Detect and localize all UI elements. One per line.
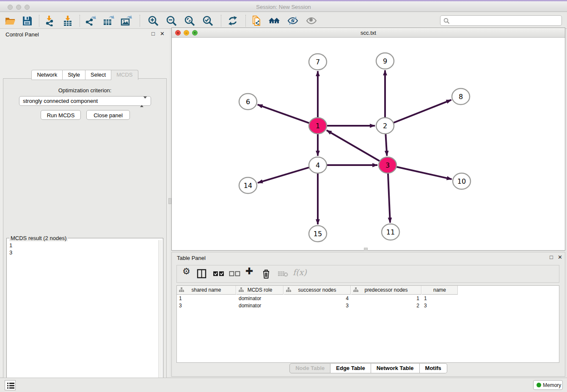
delete-column-icon[interactable] <box>261 269 271 281</box>
zoom-out-icon[interactable] <box>165 15 177 26</box>
tab-mcds[interactable]: MCDS <box>111 70 138 80</box>
clone-network-icon[interactable] <box>250 15 262 26</box>
status-bar: Memory <box>0 378 567 392</box>
svg-text:2: 2 <box>383 122 387 130</box>
control-panel-float-button[interactable]: □ <box>151 30 155 37</box>
table-panel-float-button[interactable]: □ <box>550 254 553 260</box>
node-11[interactable]: 11 <box>382 224 399 240</box>
hide-graphics-icon[interactable] <box>287 15 299 26</box>
import-network-icon[interactable] <box>44 15 56 26</box>
add-column-icon[interactable]: ✚ <box>245 266 253 277</box>
mcds-result-title: MCDS result (2 nodes) <box>9 235 68 241</box>
node-10[interactable]: 10 <box>453 173 471 189</box>
refresh-layout-icon[interactable] <box>227 15 239 26</box>
tab-network-table[interactable]: Network Table <box>371 363 420 373</box>
column-header-shared-name[interactable]: shared name <box>177 286 236 295</box>
tab-node-table[interactable]: Node Table <box>289 363 330 373</box>
window-title: Session: New Session <box>0 4 567 10</box>
node-8[interactable]: 8 <box>452 88 470 105</box>
table-row[interactable]: 3dominator323 <box>177 302 559 309</box>
node-6[interactable]: 6 <box>239 94 257 110</box>
tab-edge-table[interactable]: Edge Table <box>330 363 371 373</box>
show-columns-icon[interactable] <box>197 269 207 281</box>
edge-3-10[interactable] <box>396 167 452 179</box>
splitter-handle-horizontal[interactable] <box>364 248 368 251</box>
node-15[interactable]: 15 <box>309 226 327 242</box>
column-header-name[interactable]: name <box>422 286 458 295</box>
optimization-criterion-dropdown[interactable]: strongly connected component <box>19 96 151 106</box>
svg-text:10: 10 <box>457 177 466 185</box>
zoom-fit-icon[interactable] <box>184 15 195 26</box>
mcds-result-text[interactable]: 1 3 <box>9 242 155 392</box>
control-panel-tabs: NetworkStyleSelectMCDS <box>0 70 170 80</box>
select-all-icon[interactable] <box>213 271 225 279</box>
optimization-criterion-label: Optimization criterion: <box>3 87 166 94</box>
search-input[interactable] <box>451 16 559 25</box>
node-3[interactable]: 3 <box>379 157 396 173</box>
network-window-titlebar[interactable]: × − + scc.txt <box>172 28 565 38</box>
save-session-icon[interactable] <box>21 15 33 26</box>
table-panel-title: Table Panel <box>177 255 206 261</box>
search-box[interactable] <box>440 15 562 26</box>
network-graph[interactable]: 7968124314101511 <box>172 38 565 250</box>
zoom-in-icon[interactable] <box>147 15 159 26</box>
control-panel-close-button[interactable]: ✕ <box>160 30 165 37</box>
tab-motifs[interactable]: Motifs <box>420 363 447 373</box>
tab-select[interactable]: Select <box>85 70 111 80</box>
table-panel-close-button[interactable]: ✕ <box>558 254 562 260</box>
export-table-icon[interactable] <box>102 15 114 26</box>
edge-4-14[interactable] <box>258 167 309 183</box>
table-settings-icon[interactable]: ⚙ <box>182 266 190 276</box>
column-header-MCDS-role[interactable]: MCDS role <box>237 286 284 295</box>
result-scrollbar[interactable] <box>158 240 162 392</box>
cell[interactable]: 3 <box>284 302 351 309</box>
cell[interactable]: 1 <box>351 295 421 302</box>
task-history-button[interactable] <box>5 380 16 390</box>
delete-table-icon[interactable] <box>278 271 289 279</box>
table-row[interactable]: 1dominator411 <box>177 295 559 302</box>
edge-3-11[interactable] <box>388 173 390 223</box>
node-table[interactable]: shared nameMCDS rolesuccessor nodesprede… <box>176 285 559 363</box>
memory-button[interactable]: Memory <box>533 380 563 390</box>
deselect-all-icon[interactable] <box>229 271 241 279</box>
tab-network[interactable]: Network <box>31 70 63 80</box>
mcds-panel: Optimization criterion: strongly connect… <box>3 78 167 392</box>
column-header-successor-nodes[interactable]: successor nodes <box>284 286 351 295</box>
main-toolbar <box>0 13 567 29</box>
tab-style[interactable]: Style <box>63 70 85 80</box>
function-builder-icon[interactable]: f(x) <box>293 268 307 277</box>
column-header-predecessor-nodes[interactable]: predecessor nodes <box>351 286 421 295</box>
import-table-icon[interactable] <box>62 15 74 26</box>
export-network-icon[interactable] <box>85 15 96 26</box>
export-image-icon[interactable] <box>120 15 132 26</box>
run-mcds-button[interactable]: Run MCDS <box>41 110 81 120</box>
cell[interactable]: 2 <box>351 302 421 309</box>
node-4[interactable]: 4 <box>309 157 327 173</box>
cell[interactable]: 1 <box>177 295 236 302</box>
edge-2-8[interactable] <box>394 100 451 123</box>
cell[interactable]: 1 <box>422 295 458 302</box>
cell[interactable]: 3 <box>177 302 236 309</box>
zoom-selected-icon[interactable] <box>202 15 214 26</box>
cell[interactable]: 4 <box>284 295 351 302</box>
splitter-handle-vertical[interactable] <box>168 198 171 204</box>
cell[interactable]: 3 <box>422 302 458 309</box>
svg-text:14: 14 <box>244 182 252 190</box>
list-icon <box>6 381 16 390</box>
edge-3-1[interactable] <box>327 130 380 161</box>
first-neighbors-icon[interactable] <box>268 15 280 26</box>
show-graphics-icon[interactable] <box>306 15 317 26</box>
node-14[interactable]: 14 <box>239 177 257 193</box>
cell[interactable]: dominator <box>237 295 284 302</box>
cell[interactable]: dominator <box>237 302 284 309</box>
close-panel-button[interactable]: Close panel <box>86 110 130 120</box>
dropdown-value: strongly connected component <box>23 98 98 104</box>
node-2[interactable]: 2 <box>376 118 394 134</box>
node-7[interactable]: 7 <box>309 54 327 70</box>
node-9[interactable]: 9 <box>376 53 394 69</box>
edge-2-3[interactable] <box>385 134 387 156</box>
network-window-title: scc.txt <box>172 30 565 36</box>
node-1[interactable]: 1 <box>309 118 327 134</box>
open-file-icon[interactable] <box>4 15 16 26</box>
edge-1-6[interactable] <box>258 105 309 123</box>
